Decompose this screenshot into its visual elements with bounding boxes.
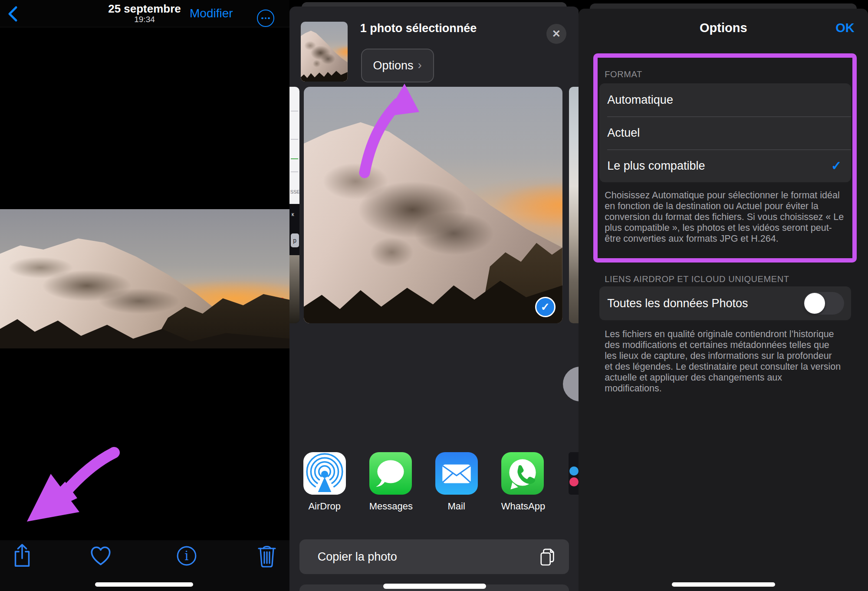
prev-item-photo-fragment	[289, 255, 299, 323]
whatsapp-icon	[501, 452, 544, 495]
photos-navbar: 25 septembre 19:34 Modifier	[0, 0, 289, 27]
share-target-whatsapp[interactable]: WhatsApp	[501, 452, 544, 512]
home-indicator[interactable]	[95, 582, 193, 587]
chevron-right-icon: ›	[418, 58, 422, 72]
photos-app-panel: 25 septembre 19:34 Modifier	[0, 0, 289, 591]
share-target-airdrop[interactable]: AirDrop	[303, 452, 346, 512]
options-sheet-panel: Options OK FORMAT Automatique Actuel Le …	[579, 0, 868, 591]
trash-icon	[256, 544, 277, 568]
annotation-highlight-box	[593, 53, 857, 263]
chevron-left-icon	[4, 4, 23, 23]
all-photos-data-toggle[interactable]	[803, 292, 844, 315]
close-icon: ✕	[552, 28, 561, 40]
carousel-next-item[interactable]	[569, 87, 579, 323]
messages-icon	[369, 452, 412, 495]
copy-photo-label: Copier la photo	[318, 550, 539, 564]
airdrop-icon	[303, 452, 346, 495]
share-options-button[interactable]: Options ›	[361, 49, 434, 82]
prev-item-key: p	[291, 233, 299, 247]
share-target-more-app-partial[interactable]	[569, 452, 579, 495]
prev-item-screenshot	[289, 87, 299, 204]
links-section-header: LIENS AIRDROP ET ICLOUD UNIQUEMENT	[605, 274, 789, 284]
flickr-pink-dot	[569, 477, 579, 486]
photo-date: 25 septembre	[87, 3, 202, 15]
all-photos-data-row: Toutes les données Photos	[599, 286, 851, 320]
heart-icon	[89, 545, 112, 567]
share-target-mail[interactable]: Mail	[435, 452, 478, 512]
carousel-previous-item[interactable]: SSE к p	[289, 87, 299, 323]
share-icon	[12, 543, 33, 568]
app-label: WhatsApp	[501, 501, 544, 512]
share-button[interactable]	[9, 543, 35, 569]
app-label: Mail	[435, 501, 478, 512]
svg-text:i: i	[184, 548, 188, 563]
favorite-button[interactable]	[88, 543, 114, 569]
prev-item-text: SSE	[290, 189, 299, 194]
share-sheet-title: 1 photo sélectionnée	[360, 22, 477, 35]
ok-button[interactable]: OK	[835, 21, 855, 35]
home-indicator[interactable]	[383, 584, 486, 589]
info-icon: i	[176, 545, 197, 567]
photo-time: 19:34	[87, 15, 202, 24]
selected-photo-thumbnail[interactable]	[301, 22, 348, 82]
share-target-messages[interactable]: Messages	[369, 452, 412, 512]
screenshot-root: 25 septembre 19:34 Modifier	[0, 0, 868, 591]
close-share-sheet-button[interactable]: ✕	[546, 24, 566, 44]
photo-selected-badge[interactable]: ✓	[535, 297, 556, 317]
prev-item-line	[291, 139, 298, 140]
prev-item-line	[291, 158, 298, 159]
photo-date-title: 25 septembre 19:34	[87, 3, 202, 24]
share-sheet-panel: 1 photo sélectionnée Options › ✕ SSE к p	[289, 0, 579, 591]
prev-item-line	[291, 111, 298, 112]
home-indicator[interactable]	[672, 582, 775, 587]
delete-button[interactable]	[254, 543, 280, 569]
photo-panorama[interactable]	[0, 209, 289, 348]
toggle-knob	[804, 293, 825, 314]
back-button[interactable]	[4, 4, 23, 23]
copy-photo-action[interactable]: Copier la photo	[299, 539, 569, 574]
check-icon: ✓	[541, 301, 550, 313]
info-button[interactable]: i	[174, 543, 200, 569]
copy-icon	[539, 547, 556, 566]
app-label: AirDrop	[303, 501, 346, 512]
edit-button[interactable]: Modifier	[190, 7, 233, 20]
mail-icon	[435, 452, 478, 495]
more-options-button[interactable]	[257, 10, 274, 27]
links-description: Les fichiers en qualité originale contie…	[605, 329, 841, 394]
app-label: Messages	[369, 501, 412, 512]
selected-photo-card[interactable]	[304, 87, 562, 323]
flickr-blue-dot	[569, 466, 579, 476]
options-title: Options	[579, 21, 868, 35]
toggle-label: Toutes les données Photos	[607, 297, 803, 310]
prev-item-line	[291, 171, 298, 172]
share-options-label: Options	[373, 59, 413, 72]
prev-item-glyph: к	[292, 211, 294, 217]
